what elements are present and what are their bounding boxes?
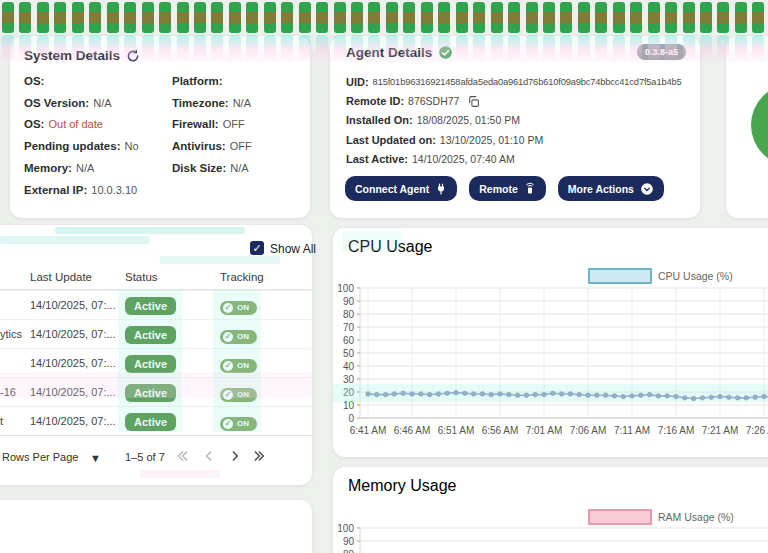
field-value: N/A — [233, 97, 251, 109]
field-value: 815f01b96316921458afda5eda0a961d76b610f0… — [373, 77, 682, 87]
tracking-cell: ✓ON — [220, 383, 300, 402]
agent-fields: UID:815f01b96316921458afda5eda0a961d76b6… — [346, 72, 686, 169]
glitch-block — [665, 2, 677, 33]
refresh-icon[interactable] — [126, 49, 140, 63]
detail-field: External IP:10.0.3.10 — [24, 179, 164, 201]
svg-text:40: 40 — [343, 361, 355, 372]
glitch-block — [683, 2, 695, 33]
glitch-trail — [316, 35, 328, 65]
verified-check-icon — [438, 45, 453, 60]
svg-text:100: 100 — [337, 283, 354, 294]
table-row[interactable]: 14/10/2025, 07:...Active✓ON — [0, 348, 312, 377]
status-cell: Active — [125, 296, 220, 315]
status-cell: Active — [125, 325, 220, 344]
pagination-range: 1–5 of 7 — [125, 451, 165, 463]
glitch-block — [526, 2, 538, 33]
table-row[interactable]: ytics14/10/2025, 07:...Active✓ON — [0, 319, 312, 348]
last-update-cell: 14/10/2025, 07:... — [30, 386, 125, 398]
field-value: No — [124, 140, 138, 152]
svg-text:80: 80 — [343, 549, 355, 553]
status-badge: Active — [125, 413, 176, 431]
rows-per-page-label[interactable]: Rows Per Page — [2, 451, 78, 463]
glitch-block — [421, 2, 433, 33]
connect-agent-button[interactable]: Connect Agent — [345, 176, 457, 201]
field-value: N/A — [93, 97, 111, 109]
agent-details-card: Agent Details 0.3.8-a5 UID:815f01b963169… — [330, 36, 700, 218]
glitch-block — [560, 2, 572, 33]
svg-text:60: 60 — [343, 335, 355, 346]
field-value: N/A — [230, 162, 248, 174]
check-icon: ✓ — [223, 419, 233, 429]
field-label: Antivirus: — [172, 140, 226, 152]
detail-field: Disk Size:N/A — [172, 157, 302, 179]
tracking-toggle[interactable]: ✓ON — [220, 301, 257, 315]
svg-text:7:26 AM: 7:26 AM — [746, 425, 768, 436]
tracking-toggle[interactable]: ✓ON — [220, 417, 257, 431]
status-cell: Active — [125, 383, 220, 402]
glitch-block — [508, 2, 520, 33]
table-row[interactable]: 14/10/2025, 07:...Active✓ON — [0, 290, 312, 319]
remote-button[interactable]: Remote — [469, 176, 546, 201]
svg-text:50: 50 — [343, 348, 355, 359]
first-page-icon[interactable] — [174, 448, 190, 464]
next-page-icon[interactable] — [227, 448, 243, 464]
tracking-toggle[interactable]: ✓ON — [220, 330, 257, 344]
more-actions-label: More Actions — [568, 183, 634, 195]
glitch-block — [299, 2, 311, 33]
status-cell: Active — [125, 412, 220, 431]
field-value: OFF — [223, 118, 245, 130]
device-name: ytics — [0, 328, 26, 340]
tracking-toggle[interactable]: ✓ON — [220, 359, 257, 373]
tracking-cell: ✓ON — [220, 412, 300, 431]
glitch-block — [264, 2, 276, 33]
glitch-block — [613, 2, 625, 33]
field-label: Remote ID: — [346, 95, 404, 107]
svg-text:7:06 AM: 7:06 AM — [570, 425, 607, 436]
glitch-block — [752, 2, 764, 33]
more-actions-button[interactable]: More Actions — [558, 176, 664, 201]
detail-field: Last Active:14/10/2025, 07:40 AM — [346, 150, 686, 169]
plug-icon — [435, 183, 447, 195]
agent-details-title: Agent Details — [346, 45, 432, 60]
rows-per-page-caret-icon[interactable]: ▼ — [90, 452, 101, 464]
field-value: 18/08/2025, 01:50 PM — [417, 114, 520, 126]
glitch-block — [72, 2, 84, 33]
tracking-cell: ✓ON — [220, 296, 300, 315]
detail-field: Firewall:OFF — [172, 114, 302, 136]
glitch-block — [229, 2, 241, 33]
last-update-cell: 14/10/2025, 07:... — [30, 328, 125, 340]
field-value: N/A — [76, 162, 94, 174]
field-label: Memory: — [24, 162, 72, 174]
glitch-block — [368, 2, 380, 33]
field-value: 13/10/2025, 01:10 PM — [440, 134, 543, 146]
table-header-row: Last Update Status Tracking — [0, 264, 312, 290]
svg-text:90: 90 — [343, 296, 355, 307]
check-icon: ✓ — [223, 361, 233, 371]
glitch-block — [37, 2, 49, 33]
glitch-block — [543, 2, 555, 33]
tracking-toggle[interactable]: ✓ON — [220, 388, 257, 402]
detail-field: Installed On:18/08/2025, 01:50 PM — [346, 111, 686, 130]
prev-page-icon[interactable] — [201, 448, 217, 464]
glitch-block — [211, 2, 223, 33]
system-details-title: System Details — [24, 48, 120, 63]
table-row[interactable]: -1614/10/2025, 07:...Active✓ON — [0, 377, 312, 406]
field-label: OS: — [24, 118, 44, 130]
check-icon: ✓ — [223, 332, 233, 342]
glitch-block — [246, 2, 258, 33]
col-status: Status — [125, 271, 220, 283]
glitch-block — [19, 2, 31, 33]
svg-text:0: 0 — [348, 413, 354, 424]
svg-text:7:21 AM: 7:21 AM — [702, 425, 739, 436]
field-label: OS Version: — [24, 97, 89, 109]
last-page-icon[interactable] — [252, 448, 268, 464]
copy-icon[interactable] — [467, 95, 480, 108]
table-row[interactable]: t14/10/2025, 07:...Active✓ON — [0, 406, 312, 436]
show-all-checkbox[interactable]: ✓ — [250, 241, 264, 255]
system-details-card: System Details OS:OS Version:N/AOS:Out o… — [10, 36, 310, 218]
glitch-block — [124, 2, 136, 33]
last-update-cell: 14/10/2025, 07:... — [30, 299, 125, 311]
system-fields-left: OS:OS Version:N/AOS:Out of datePending u… — [24, 70, 164, 201]
last-update-cell: 14/10/2025, 07:... — [30, 415, 125, 427]
status-badge: Active — [125, 355, 176, 373]
